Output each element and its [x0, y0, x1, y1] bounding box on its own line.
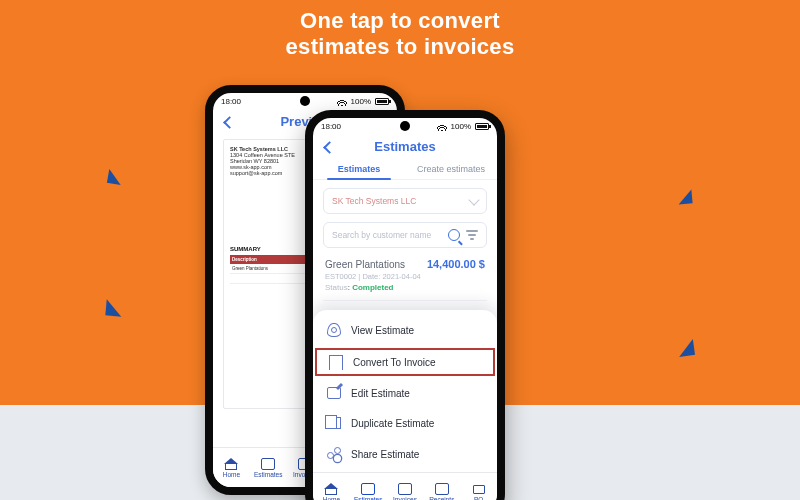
search-bar: [323, 222, 487, 248]
nav-home[interactable]: Home: [213, 448, 250, 487]
row-status: Status: Completed: [325, 283, 485, 292]
action-share-estimate[interactable]: Share Estimate: [313, 438, 497, 470]
nav-label: Estimates: [354, 496, 383, 501]
phone-notch: [400, 121, 410, 131]
wifi-icon: [437, 123, 447, 131]
phone-notch: [300, 96, 310, 106]
action-label: Edit Estimate: [351, 388, 410, 399]
eye-icon: [327, 323, 341, 337]
row-status-value: Completed: [352, 283, 393, 292]
estimates-tabs: Estimates Create estimates: [313, 158, 497, 180]
back-icon[interactable]: [223, 115, 237, 129]
chevron-down-icon: [468, 194, 479, 205]
estimates-icon: [361, 483, 375, 495]
status-battery-text: 100%: [451, 122, 471, 131]
action-label: View Estimate: [351, 325, 414, 336]
home-icon: [324, 483, 338, 495]
banner-line-2: estimates to invoices: [0, 34, 800, 60]
wifi-icon: [337, 98, 347, 106]
duplicate-icon: [327, 417, 341, 429]
nav-label: PO: [474, 496, 483, 501]
estimates-icon: [261, 458, 275, 470]
edit-icon: [327, 387, 341, 399]
nav-label: Estimates: [254, 471, 283, 478]
banner-line-1: One tap to convert: [0, 8, 800, 34]
tab-create-estimates[interactable]: Create estimates: [405, 158, 497, 179]
action-label: Share Estimate: [351, 449, 419, 460]
decoration-triangle: [677, 339, 695, 357]
battery-icon: [375, 98, 389, 105]
status-battery-text: 100%: [351, 97, 371, 106]
invoices-icon: [398, 483, 412, 495]
action-edit-estimate[interactable]: Edit Estimate: [313, 378, 497, 408]
banner-text: One tap to convert estimates to invoices: [0, 8, 800, 61]
dropdown-value: SK Tech Systems LLC: [332, 196, 416, 206]
receipts-icon: [435, 483, 449, 495]
nav-estimates[interactable]: Estimates: [350, 473, 387, 500]
share-icon: [327, 447, 341, 461]
phone-estimates: 18:00 100% Estimates Estimates Create es…: [305, 110, 505, 500]
promo-stage: One tap to convert estimates to invoices…: [0, 0, 800, 500]
bookmark-icon: [329, 355, 343, 369]
action-label: Duplicate Estimate: [351, 418, 434, 429]
search-icon[interactable]: [448, 229, 460, 241]
estimate-row[interactable]: Green Plantations 14,400.00 $ EST0002 | …: [323, 248, 487, 301]
row-amount: 14,400.00 $: [427, 258, 485, 270]
estimate-action-sheet: View Estimate Convert To Invoice Edit Es…: [313, 310, 497, 472]
row-meta: EST0002 | Date: 2021-04-04: [325, 272, 485, 281]
tab-estimates[interactable]: Estimates: [313, 158, 405, 179]
action-convert-to-invoice[interactable]: Convert To Invoice: [313, 346, 497, 378]
home-icon: [224, 458, 238, 470]
decoration-triangle: [105, 299, 122, 316]
action-view-estimate[interactable]: View Estimate: [313, 314, 497, 346]
decoration-triangle: [107, 169, 123, 185]
company-dropdown[interactable]: SK Tech Systems LLC: [323, 188, 487, 214]
nav-label: Receipts: [429, 496, 454, 501]
estimates-topbar: Estimates: [313, 133, 497, 158]
nav-invoices[interactable]: Invoices: [387, 473, 424, 500]
cart-icon: [472, 483, 486, 495]
nav-receipts[interactable]: Receipts: [423, 473, 460, 500]
battery-icon: [475, 123, 489, 130]
nav-po[interactable]: PO: [460, 473, 497, 500]
nav-estimates[interactable]: Estimates: [250, 448, 287, 487]
nav-home[interactable]: Home: [313, 473, 350, 500]
nav-label: Invoices: [393, 496, 417, 501]
action-label: Convert To Invoice: [353, 357, 436, 368]
status-time: 18:00: [321, 122, 341, 131]
status-time: 18:00: [221, 97, 241, 106]
nav-label: Home: [323, 496, 340, 501]
search-input[interactable]: [332, 230, 442, 240]
estimates-title: Estimates: [374, 139, 435, 154]
nav-label: Home: [223, 471, 240, 478]
filter-icon[interactable]: [466, 230, 478, 240]
action-duplicate-estimate[interactable]: Duplicate Estimate: [313, 408, 497, 438]
decoration-triangle: [677, 189, 692, 204]
bottom-nav: Home Estimates Invoices Receipts PO: [313, 472, 497, 500]
tab-label: Create estimates: [417, 164, 485, 174]
back-icon[interactable]: [323, 140, 337, 154]
row-status-key: Status: [325, 283, 348, 292]
tab-label: Estimates: [338, 164, 381, 174]
row-customer-name: Green Plantations: [325, 259, 405, 270]
